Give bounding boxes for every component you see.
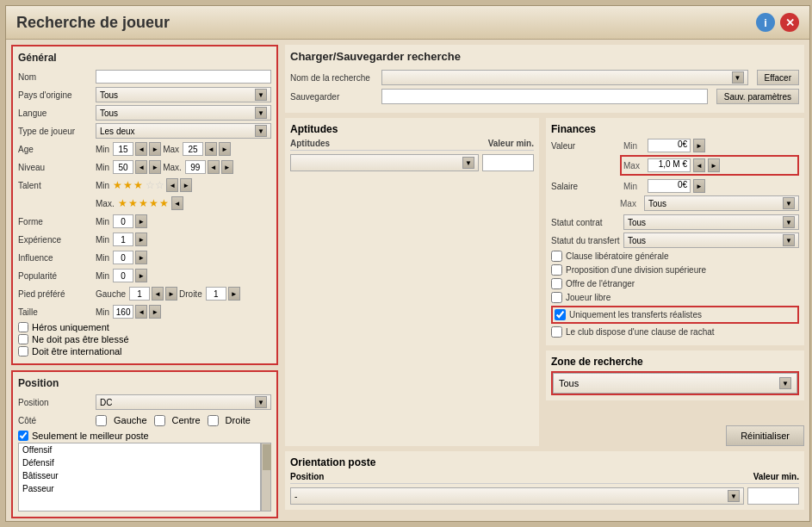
niveau-row: Niveau Min 50 ◄ ► Max. 99 ◄ ► xyxy=(18,159,271,175)
niveau-min-value: 50 xyxy=(113,160,133,174)
zone-select[interactable]: Tous ▼ xyxy=(553,373,797,394)
valeur-min-inc-btn[interactable]: ► xyxy=(693,139,705,152)
pays-select[interactable]: Tous ▼ xyxy=(96,87,271,102)
orientation-select[interactable]: - ▼ xyxy=(290,487,744,505)
valeur-min-label: Min xyxy=(623,141,645,151)
joueur-libre-row: Joueur libre xyxy=(551,292,799,303)
orientation-section: Orientation poste Position Valeur min. -… xyxy=(285,451,804,510)
influence-min-label: Min xyxy=(96,253,109,263)
influence-spin-group: Min 0 ► xyxy=(96,251,147,264)
aptitude-val-input[interactable] xyxy=(482,154,534,171)
aptitude-select[interactable]: ▼ xyxy=(290,154,479,171)
position-scrollbar[interactable] xyxy=(261,443,271,512)
pied-gauche-inc-btn[interactable]: ► xyxy=(165,287,177,301)
statut-transfert-select[interactable]: Tous ▼ xyxy=(623,232,799,248)
position-select[interactable]: DC ▼ xyxy=(96,394,271,410)
aptitudes-title: Aptitudes xyxy=(290,123,534,135)
clause-lib-checkbox[interactable] xyxy=(551,251,562,262)
forme-min-value: 0 xyxy=(113,214,133,228)
salaire-min-row: Min 0€ ► xyxy=(623,179,799,193)
seulement-checkbox[interactable] xyxy=(18,431,28,441)
bottom-row: Orientation poste Position Valeur min. -… xyxy=(285,451,804,510)
info-button[interactable]: i xyxy=(756,13,775,32)
talent-min-inc-btn[interactable]: ► xyxy=(180,178,192,192)
position-list: Offensif Défensif Bâtisseur Passeur xyxy=(18,443,261,512)
talent-max-dec-btn[interactable]: ◄ xyxy=(171,196,183,210)
list-item[interactable]: Offensif xyxy=(19,443,260,456)
valeur-label-row: Valeur Min 0€ ► xyxy=(551,139,799,152)
reset-button[interactable]: Réinitialiser xyxy=(726,425,804,446)
blesse-row: Ne doit pas être blessé xyxy=(18,334,271,344)
age-max-inc-btn[interactable]: ► xyxy=(219,142,231,156)
niveau-min-dec-btn[interactable]: ◄ xyxy=(135,160,147,174)
list-item[interactable]: Bâtisseur xyxy=(19,469,260,482)
taille-dec-btn[interactable]: ◄ xyxy=(135,305,147,319)
close-button[interactable]: ✕ xyxy=(780,13,799,32)
experience-inc-btn[interactable]: ► xyxy=(135,232,147,246)
experience-row: Expérience Min 1 ► xyxy=(18,232,271,247)
age-max-dec-btn[interactable]: ◄ xyxy=(205,142,217,156)
sauv-params-button[interactable]: Sauv. paramètres xyxy=(716,89,799,104)
nom-recherche-select[interactable]: ▼ xyxy=(381,70,748,85)
position-title: Position xyxy=(18,377,271,389)
age-min-dec-btn[interactable]: ◄ xyxy=(135,142,147,156)
talent-max-stars: ★★★★★ xyxy=(118,197,170,209)
salaire-max-label: Max xyxy=(620,199,642,208)
talent-min-dec-btn[interactable]: ◄ xyxy=(166,178,178,192)
list-item[interactable]: Défensif xyxy=(19,456,260,469)
forme-inc-btn[interactable]: ► xyxy=(135,214,147,228)
talent-min-stars: ★★★ xyxy=(113,179,144,191)
middle-row: Aptitudes Aptitudes Valeur min. ▼ xyxy=(285,118,804,446)
heros-row: Héros uniquement xyxy=(18,322,271,332)
age-label: Age xyxy=(18,145,96,154)
pied-droite-value: 1 xyxy=(206,287,226,301)
uniquement-transferts-checkbox[interactable] xyxy=(555,309,566,320)
international-checkbox[interactable] xyxy=(18,346,28,356)
talent-min-label: Min xyxy=(96,181,109,190)
zone-section: Zone de recherche Tous ▼ xyxy=(546,350,804,400)
pied-label: Pied préféré xyxy=(18,289,96,299)
joueur-libre-checkbox[interactable] xyxy=(551,292,562,303)
gauche-checkbox[interactable] xyxy=(96,415,107,426)
pied-droite-inc-btn[interactable]: ► xyxy=(228,287,240,301)
valeur-max-inc-btn[interactable]: ► xyxy=(708,158,720,172)
salaire-max-select[interactable]: Tous ▼ xyxy=(644,195,799,211)
taille-inc-btn[interactable]: ► xyxy=(149,305,161,319)
droite-checkbox[interactable] xyxy=(208,415,219,426)
age-min-inc-btn[interactable]: ► xyxy=(149,142,161,156)
influence-inc-btn[interactable]: ► xyxy=(135,251,147,264)
niveau-min-inc-btn[interactable]: ► xyxy=(149,160,161,174)
statut-contrat-select[interactable]: Tous ▼ xyxy=(623,214,799,230)
age-spin-group: Min 15 ◄ ► Max 25 ◄ ► xyxy=(96,142,231,156)
centre-checkbox[interactable] xyxy=(154,415,165,426)
clause-rachat-checkbox[interactable] xyxy=(551,326,562,338)
popularite-label: Popularité xyxy=(18,271,96,281)
heros-checkbox[interactable] xyxy=(18,322,28,332)
popularite-spin-group: Min 0 ► xyxy=(96,269,147,282)
valeur-max-dec-btn[interactable]: ◄ xyxy=(693,158,705,172)
sauvegarder-input[interactable] xyxy=(381,89,708,104)
niveau-max-inc-btn[interactable]: ► xyxy=(221,160,233,174)
niveau-max-dec-btn[interactable]: ◄ xyxy=(208,160,220,174)
statut-contrat-label: Statut contrat xyxy=(551,218,620,227)
nom-recherche-row: Nom de la recherche ▼ Effacer xyxy=(290,70,799,85)
salaire-min-inc-btn[interactable]: ► xyxy=(693,179,705,193)
pied-gauche-dec-btn[interactable]: ◄ xyxy=(152,287,164,301)
offre-etr-checkbox[interactable] xyxy=(551,278,562,289)
orientation-val-input[interactable] xyxy=(747,487,799,505)
prop-div-checkbox[interactable] xyxy=(551,264,562,276)
langue-select[interactable]: Tous ▼ xyxy=(96,105,271,121)
type-select[interactable]: Les deux ▼ xyxy=(96,123,271,139)
content-area: Général Nom Pays d'origine Tous ▼ Langue… xyxy=(6,40,809,515)
nom-input[interactable] xyxy=(96,70,271,84)
salaire-max-inner: Max Tous ▼ xyxy=(620,195,799,211)
pays-arrow-icon: ▼ xyxy=(255,89,267,101)
list-item[interactable]: Passeur xyxy=(19,482,260,495)
popularite-inc-btn[interactable]: ► xyxy=(135,269,147,282)
offre-etr-row: Offre de l'étranger xyxy=(551,278,799,289)
prop-div-row: Proposition d'une division supérieure xyxy=(551,264,799,276)
right-column: Charger/Sauvegarder recherche Nom de la … xyxy=(285,45,804,510)
blesse-checkbox[interactable] xyxy=(18,334,28,344)
effacer-button[interactable]: Effacer xyxy=(757,70,800,85)
experience-spin-group: Min 1 ► xyxy=(96,232,147,246)
